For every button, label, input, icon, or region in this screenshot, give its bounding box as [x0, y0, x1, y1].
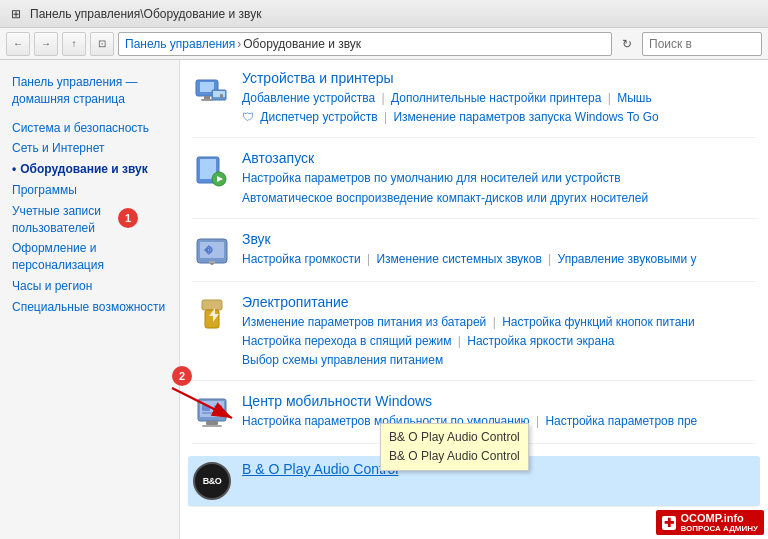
sound-title[interactable]: Звук [242, 231, 756, 247]
link-device-manager[interactable]: Диспетчер устройств [260, 110, 377, 124]
search-input[interactable] [642, 32, 762, 56]
link-manage-audio[interactable]: Управление звуковыми у [558, 252, 697, 266]
tooltip-popup: B& O Play Audio Control B& O Play Audio … [380, 423, 529, 471]
devices-title[interactable]: Устройства и принтеры [242, 70, 756, 86]
link-mobility-settings[interactable]: Настройка параметров пре [545, 414, 697, 428]
devices-content: Устройства и принтеры Добавление устройс… [242, 70, 756, 127]
path-controlpanel[interactable]: Панель управления [125, 37, 235, 51]
sound-links: Настройка громкости | Изменение системны… [242, 250, 756, 269]
sidebar-item-programs[interactable]: Программы [8, 180, 171, 201]
title-bar-text: Панель управления\Оборудование и звук [30, 7, 261, 21]
svg-rect-6 [220, 94, 223, 98]
link-brightness[interactable]: Настройка яркости экрана [467, 334, 614, 348]
sidebar-item-hardware[interactable]: Оборудование и звук [8, 159, 171, 180]
forward-button[interactable]: → [34, 32, 58, 56]
refresh-button[interactable]: ↻ [616, 33, 638, 55]
svg-rect-14 [209, 261, 215, 263]
section-sound: Звук Настройка громкости | Изменение сис… [192, 231, 756, 282]
bo-logo: B&O [193, 462, 231, 500]
annotation-badge-2: 2 [172, 366, 192, 386]
autoplay-links: Настройка параметров по умолчанию для но… [242, 169, 756, 207]
link-power-buttons[interactable]: Настройка функций кнопок питани [502, 315, 695, 329]
sidebar-item-accessibility[interactable]: Специальные возможности [8, 297, 171, 318]
link-sleep[interactable]: Настройка перехода в спящий режим [242, 334, 451, 348]
link-windows-to-go[interactable]: Изменение параметров запуска Windows To … [393, 110, 658, 124]
power-icon [192, 294, 232, 334]
sidebar-item-home[interactable]: Панель управления —домашняя страница [8, 72, 171, 110]
autoplay-title[interactable]: Автозапуск [242, 150, 756, 166]
arrow-annotation [172, 388, 252, 428]
link-battery-settings[interactable]: Изменение параметров питания из батарей [242, 315, 486, 329]
watermark-sub: ВОПРОСА АДМИНУ [680, 524, 758, 533]
power-content: Электропитание Изменение параметров пита… [242, 294, 756, 371]
title-bar: ⊞ Панель управления\Оборудование и звук [0, 0, 768, 28]
tooltip-line1: B& O Play Audio Control [389, 428, 520, 447]
address-path[interactable]: Панель управления › Оборудование и звук [118, 32, 612, 56]
recent-button[interactable]: ⊡ [90, 32, 114, 56]
link-printer-settings[interactable]: Дополнительные настройки принтера [391, 91, 601, 105]
svg-rect-3 [201, 99, 213, 101]
svg-rect-5 [213, 91, 225, 97]
sidebar: Панель управления —домашняя страница Сис… [0, 60, 180, 539]
svg-rect-2 [204, 96, 210, 99]
tooltip-line2: B& O Play Audio Control [389, 447, 520, 466]
autoplay-icon [192, 150, 232, 190]
svg-line-26 [172, 388, 232, 418]
power-links: Изменение параметров питания из батарей … [242, 313, 756, 371]
sidebar-item-accounts[interactable]: Учетные записипользователей [8, 201, 171, 239]
link-add-device[interactable]: Добавление устройства [242, 91, 375, 105]
sound-icon [192, 231, 232, 271]
sidebar-item-network[interactable]: Сеть и Интернет [8, 138, 171, 159]
path-current: Оборудование и звук [243, 37, 361, 51]
annotation-2-area: 2 [172, 366, 252, 431]
sidebar-item-personalization[interactable]: Оформление иперсонализация [8, 238, 171, 276]
link-autoplay-cdrom[interactable]: Автоматическое воспроизведение компакт-д… [242, 191, 648, 205]
svg-rect-15 [202, 300, 222, 310]
section-power: Электропитание Изменение параметров пита… [192, 294, 756, 382]
section-autoplay: Автозапуск Настройка параметров по умолч… [192, 150, 756, 218]
power-title[interactable]: Электропитание [242, 294, 756, 310]
mobility-title[interactable]: Центр мобильности Windows [242, 393, 756, 409]
link-autoplay-defaults[interactable]: Настройка параметров по умолчанию для но… [242, 171, 621, 185]
bo-icon: B&O [192, 461, 232, 501]
devices-links: Добавление устройства | Дополнительные н… [242, 89, 756, 127]
path-separator: › [237, 37, 241, 51]
link-power-scheme[interactable]: Выбор схемы управления питанием [242, 353, 443, 367]
annotation-badge-1: 1 [118, 208, 138, 228]
watermark: ✚ OCOMP.info ВОПРОСА АДМИНУ [656, 510, 764, 535]
title-bar-icon: ⊞ [8, 6, 24, 22]
sidebar-item-clock[interactable]: Часы и регион [8, 276, 171, 297]
sound-content: Звук Настройка громкости | Изменение сис… [242, 231, 756, 269]
devices-icon [192, 70, 232, 110]
watermark-text: OCOMP.info [680, 512, 758, 524]
watermark-cross: ✚ [662, 516, 676, 530]
address-bar: ← → ↑ ⊡ Панель управления › Оборудование… [0, 28, 768, 60]
section-devices: Устройства и принтеры Добавление устройс… [192, 70, 756, 138]
sidebar-item-system[interactable]: Система и безопасность [8, 118, 171, 139]
back-button[interactable]: ← [6, 32, 30, 56]
link-system-sounds[interactable]: Изменение системных звуков [376, 252, 541, 266]
autoplay-content: Автозапуск Настройка параметров по умолч… [242, 150, 756, 207]
link-volume[interactable]: Настройка громкости [242, 252, 361, 266]
up-button[interactable]: ↑ [62, 32, 86, 56]
link-mouse[interactable]: Мышь [617, 91, 652, 105]
